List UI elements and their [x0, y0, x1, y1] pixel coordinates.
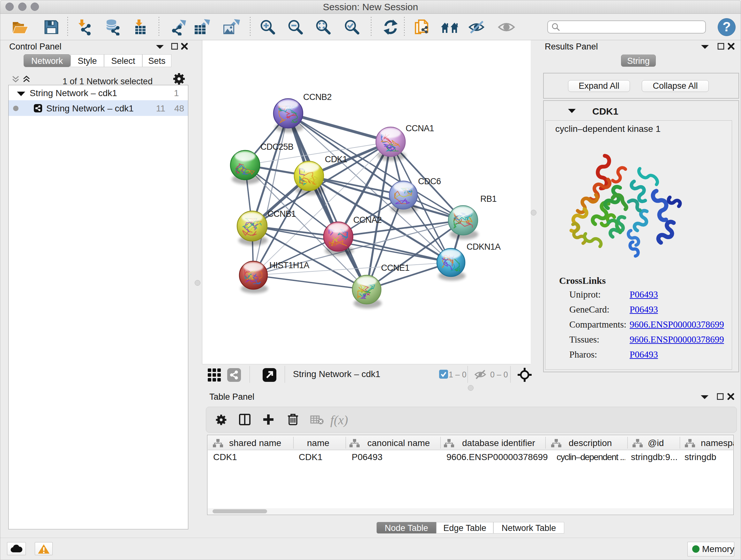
svg-text:CCNE1: CCNE1	[381, 263, 409, 273]
svg-text:CCNB2: CCNB2	[303, 92, 332, 102]
svg-text:CDC25B: CDC25B	[260, 142, 293, 152]
svg-text:CCNA2: CCNA2	[353, 215, 382, 225]
svg-text:CDK1: CDK1	[325, 154, 347, 164]
svg-text:CDKN1A: CDKN1A	[467, 242, 501, 252]
svg-text:CDC6: CDC6	[418, 177, 441, 186]
svg-text:CCNA1: CCNA1	[406, 124, 434, 133]
svg-text:CCNB1: CCNB1	[267, 209, 296, 219]
svg-text:HIST1H1A: HIST1H1A	[269, 260, 310, 270]
svg-text:RB1: RB1	[480, 194, 496, 204]
